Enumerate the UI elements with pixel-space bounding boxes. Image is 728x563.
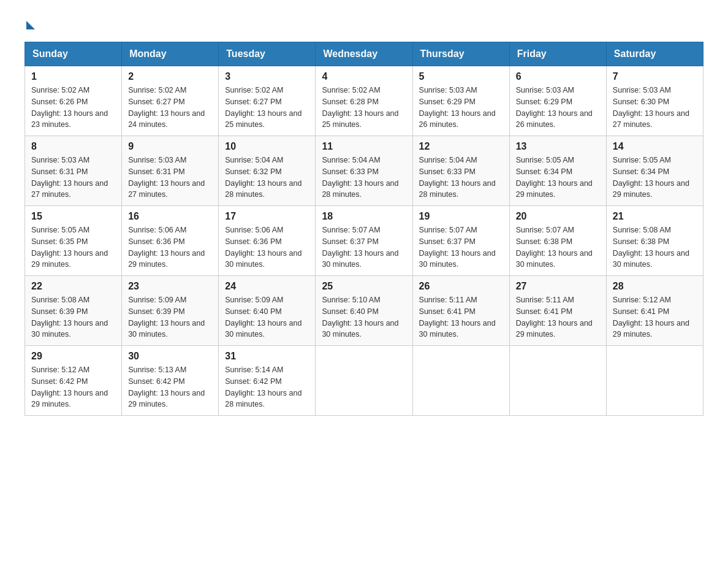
calendar-cell: 30 Sunrise: 5:13 AM Sunset: 6:42 PM Dayl… xyxy=(122,346,219,416)
day-info: Sunrise: 5:10 AM Sunset: 6:40 PM Dayligh… xyxy=(322,294,406,340)
day-number: 10 xyxy=(225,141,309,152)
day-info: Sunrise: 5:06 AM Sunset: 6:36 PM Dayligh… xyxy=(128,224,212,270)
calendar-cell: 21 Sunrise: 5:08 AM Sunset: 6:38 PM Dayl… xyxy=(606,206,703,276)
calendar-cell: 23 Sunrise: 5:09 AM Sunset: 6:39 PM Dayl… xyxy=(122,276,219,346)
col-sunday: Sunday xyxy=(25,42,122,66)
calendar-week-row: 8 Sunrise: 5:03 AM Sunset: 6:31 PM Dayli… xyxy=(25,136,703,206)
col-monday: Monday xyxy=(122,42,219,66)
day-number: 26 xyxy=(419,281,503,292)
col-tuesday: Tuesday xyxy=(219,42,316,66)
calendar-cell: 3 Sunrise: 5:02 AM Sunset: 6:27 PM Dayli… xyxy=(219,66,316,136)
day-info: Sunrise: 5:07 AM Sunset: 6:37 PM Dayligh… xyxy=(419,224,503,270)
day-number: 3 xyxy=(225,71,309,82)
calendar-cell: 31 Sunrise: 5:14 AM Sunset: 6:42 PM Dayl… xyxy=(219,346,316,416)
calendar-cell: 12 Sunrise: 5:04 AM Sunset: 6:33 PM Dayl… xyxy=(412,136,509,206)
day-number: 16 xyxy=(128,211,212,222)
col-thursday: Thursday xyxy=(412,42,509,66)
day-info: Sunrise: 5:03 AM Sunset: 6:29 PM Dayligh… xyxy=(419,85,503,131)
day-number: 13 xyxy=(516,141,600,152)
col-friday: Friday xyxy=(509,42,606,66)
calendar-cell: 24 Sunrise: 5:09 AM Sunset: 6:40 PM Dayl… xyxy=(219,276,316,346)
day-info: Sunrise: 5:09 AM Sunset: 6:40 PM Dayligh… xyxy=(225,294,309,340)
day-number: 14 xyxy=(613,141,697,152)
day-info: Sunrise: 5:03 AM Sunset: 6:31 PM Dayligh… xyxy=(128,155,212,201)
calendar-cell: 8 Sunrise: 5:03 AM Sunset: 6:31 PM Dayli… xyxy=(25,136,122,206)
calendar-cell: 1 Sunrise: 5:02 AM Sunset: 6:26 PM Dayli… xyxy=(25,66,122,136)
day-info: Sunrise: 5:04 AM Sunset: 6:33 PM Dayligh… xyxy=(322,155,406,201)
calendar-cell: 5 Sunrise: 5:03 AM Sunset: 6:29 PM Dayli… xyxy=(412,66,509,136)
calendar-cell: 28 Sunrise: 5:12 AM Sunset: 6:41 PM Dayl… xyxy=(606,276,703,346)
day-number: 12 xyxy=(419,141,503,152)
calendar-cell: 20 Sunrise: 5:07 AM Sunset: 6:38 PM Dayl… xyxy=(509,206,606,276)
day-number: 28 xyxy=(613,281,697,292)
calendar-week-row: 1 Sunrise: 5:02 AM Sunset: 6:26 PM Dayli… xyxy=(25,66,703,136)
calendar-week-row: 15 Sunrise: 5:05 AM Sunset: 6:35 PM Dayl… xyxy=(25,206,703,276)
day-info: Sunrise: 5:07 AM Sunset: 6:38 PM Dayligh… xyxy=(516,224,600,270)
day-number: 17 xyxy=(225,211,309,222)
calendar-cell: 2 Sunrise: 5:02 AM Sunset: 6:27 PM Dayli… xyxy=(122,66,219,136)
day-number: 5 xyxy=(419,71,503,82)
day-info: Sunrise: 5:07 AM Sunset: 6:37 PM Dayligh… xyxy=(322,224,406,270)
day-number: 2 xyxy=(128,71,212,82)
day-info: Sunrise: 5:03 AM Sunset: 6:30 PM Dayligh… xyxy=(613,85,697,131)
calendar-week-row: 29 Sunrise: 5:12 AM Sunset: 6:42 PM Dayl… xyxy=(25,346,703,416)
calendar-cell: 22 Sunrise: 5:08 AM Sunset: 6:39 PM Dayl… xyxy=(25,276,122,346)
calendar-header-row: Sunday Monday Tuesday Wednesday Thursday… xyxy=(25,42,703,66)
day-info: Sunrise: 5:14 AM Sunset: 6:42 PM Dayligh… xyxy=(225,364,309,410)
logo-triangle-icon xyxy=(26,21,35,29)
calendar-cell: 15 Sunrise: 5:05 AM Sunset: 6:35 PM Dayl… xyxy=(25,206,122,276)
calendar-cell: 29 Sunrise: 5:12 AM Sunset: 6:42 PM Dayl… xyxy=(25,346,122,416)
col-saturday: Saturday xyxy=(606,42,703,66)
day-info: Sunrise: 5:11 AM Sunset: 6:41 PM Dayligh… xyxy=(419,294,503,340)
calendar-week-row: 22 Sunrise: 5:08 AM Sunset: 6:39 PM Dayl… xyxy=(25,276,703,346)
day-number: 29 xyxy=(31,351,115,362)
day-number: 22 xyxy=(31,281,115,292)
calendar-cell: 17 Sunrise: 5:06 AM Sunset: 6:36 PM Dayl… xyxy=(219,206,316,276)
calendar-cell: 14 Sunrise: 5:05 AM Sunset: 6:34 PM Dayl… xyxy=(606,136,703,206)
day-number: 19 xyxy=(419,211,503,222)
calendar-cell: 27 Sunrise: 5:11 AM Sunset: 6:41 PM Dayl… xyxy=(509,276,606,346)
day-info: Sunrise: 5:02 AM Sunset: 6:28 PM Dayligh… xyxy=(322,85,406,131)
calendar-cell: 11 Sunrise: 5:04 AM Sunset: 6:33 PM Dayl… xyxy=(316,136,412,206)
day-number: 23 xyxy=(128,281,212,292)
day-info: Sunrise: 5:08 AM Sunset: 6:38 PM Dayligh… xyxy=(613,224,697,270)
day-number: 20 xyxy=(516,211,600,222)
day-info: Sunrise: 5:06 AM Sunset: 6:36 PM Dayligh… xyxy=(225,224,309,270)
day-number: 25 xyxy=(322,281,406,292)
day-number: 1 xyxy=(31,71,115,82)
calendar-cell: 16 Sunrise: 5:06 AM Sunset: 6:36 PM Dayl… xyxy=(122,206,219,276)
day-info: Sunrise: 5:03 AM Sunset: 6:29 PM Dayligh… xyxy=(516,85,600,131)
day-info: Sunrise: 5:04 AM Sunset: 6:32 PM Dayligh… xyxy=(225,155,309,201)
day-number: 7 xyxy=(613,71,697,82)
day-number: 30 xyxy=(128,351,212,362)
day-info: Sunrise: 5:03 AM Sunset: 6:31 PM Dayligh… xyxy=(31,155,115,201)
day-info: Sunrise: 5:13 AM Sunset: 6:42 PM Dayligh… xyxy=(128,364,212,410)
day-info: Sunrise: 5:09 AM Sunset: 6:39 PM Dayligh… xyxy=(128,294,212,340)
logo xyxy=(25,18,35,29)
calendar-cell: 10 Sunrise: 5:04 AM Sunset: 6:32 PM Dayl… xyxy=(219,136,316,206)
day-info: Sunrise: 5:08 AM Sunset: 6:39 PM Dayligh… xyxy=(31,294,115,340)
calendar-cell xyxy=(509,346,606,416)
calendar-cell: 19 Sunrise: 5:07 AM Sunset: 6:37 PM Dayl… xyxy=(412,206,509,276)
day-info: Sunrise: 5:05 AM Sunset: 6:34 PM Dayligh… xyxy=(516,155,600,201)
day-info: Sunrise: 5:05 AM Sunset: 6:34 PM Dayligh… xyxy=(613,155,697,201)
calendar-cell: 26 Sunrise: 5:11 AM Sunset: 6:41 PM Dayl… xyxy=(412,276,509,346)
day-info: Sunrise: 5:02 AM Sunset: 6:26 PM Dayligh… xyxy=(31,85,115,131)
calendar-cell xyxy=(412,346,509,416)
calendar-cell: 18 Sunrise: 5:07 AM Sunset: 6:37 PM Dayl… xyxy=(316,206,412,276)
day-number: 4 xyxy=(322,71,406,82)
calendar-cell xyxy=(606,346,703,416)
day-info: Sunrise: 5:02 AM Sunset: 6:27 PM Dayligh… xyxy=(128,85,212,131)
page-header xyxy=(25,18,703,29)
day-number: 24 xyxy=(225,281,309,292)
day-number: 11 xyxy=(322,141,406,152)
day-info: Sunrise: 5:11 AM Sunset: 6:41 PM Dayligh… xyxy=(516,294,600,340)
calendar-cell: 7 Sunrise: 5:03 AM Sunset: 6:30 PM Dayli… xyxy=(606,66,703,136)
day-info: Sunrise: 5:02 AM Sunset: 6:27 PM Dayligh… xyxy=(225,85,309,131)
calendar-cell xyxy=(316,346,412,416)
day-number: 15 xyxy=(31,211,115,222)
day-number: 6 xyxy=(516,71,600,82)
day-number: 21 xyxy=(613,211,697,222)
calendar-table: Sunday Monday Tuesday Wednesday Thursday… xyxy=(25,42,703,416)
day-number: 18 xyxy=(322,211,406,222)
